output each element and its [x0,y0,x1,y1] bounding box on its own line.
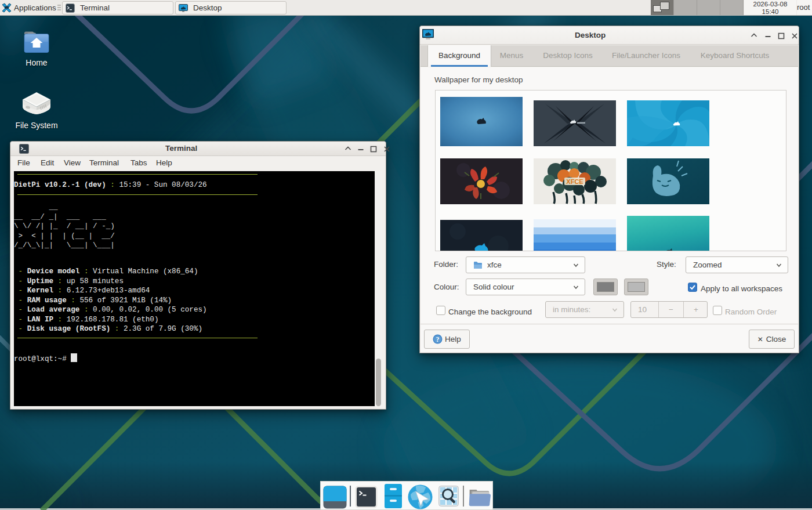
svg-text:?: ? [436,335,440,343]
svg-text:XFCE: XFCE [566,178,583,185]
